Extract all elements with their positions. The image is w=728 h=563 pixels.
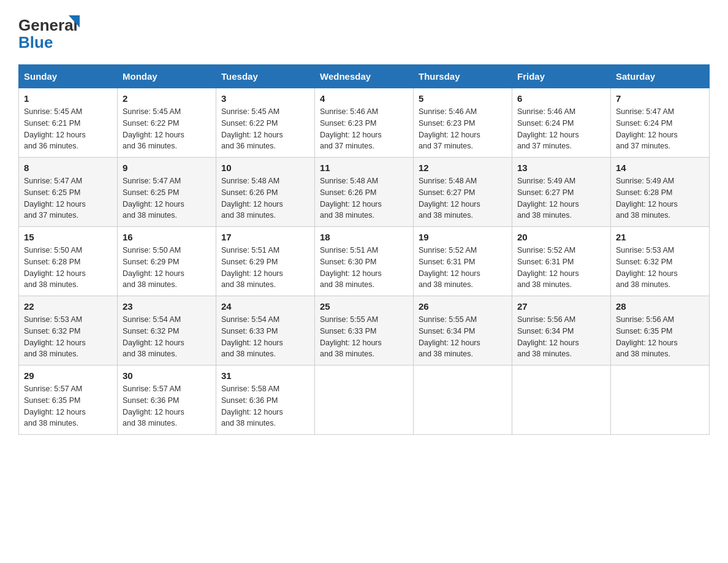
- logo-svg: General Blue: [18, 12, 86, 52]
- day-number: 13: [517, 163, 605, 173]
- day-info: Sunrise: 5:58 AMSunset: 6:36 PMDaylight:…: [221, 383, 309, 429]
- day-info: Sunrise: 5:49 AMSunset: 6:28 PMDaylight:…: [616, 175, 704, 221]
- calendar-cell: 12 Sunrise: 5:48 AMSunset: 6:27 PMDaylig…: [414, 158, 512, 227]
- page-header: General Blue: [18, 12, 710, 52]
- calendar-cell: 15 Sunrise: 5:50 AMSunset: 6:28 PMDaylig…: [19, 227, 118, 296]
- calendar-cell: 3 Sunrise: 5:45 AMSunset: 6:22 PMDayligh…: [216, 88, 315, 158]
- day-number: 12: [419, 163, 507, 173]
- day-info: Sunrise: 5:45 AMSunset: 6:22 PMDaylight:…: [221, 106, 309, 152]
- calendar-cell: [414, 366, 512, 435]
- calendar-cell: 1 Sunrise: 5:45 AMSunset: 6:21 PMDayligh…: [19, 88, 118, 158]
- day-number: 10: [221, 163, 309, 173]
- day-info: Sunrise: 5:53 AMSunset: 6:32 PMDaylight:…: [616, 245, 704, 291]
- day-info: Sunrise: 5:46 AMSunset: 6:24 PMDaylight:…: [517, 106, 605, 152]
- day-info: Sunrise: 5:48 AMSunset: 6:27 PMDaylight:…: [419, 175, 507, 221]
- day-number: 22: [24, 301, 112, 312]
- day-number: 1: [24, 93, 112, 104]
- calendar-cell: 8 Sunrise: 5:47 AMSunset: 6:25 PMDayligh…: [19, 158, 118, 227]
- header-saturday: Saturday: [611, 65, 710, 88]
- calendar-week-row: 15 Sunrise: 5:50 AMSunset: 6:28 PMDaylig…: [19, 227, 710, 296]
- day-info: Sunrise: 5:45 AMSunset: 6:21 PMDaylight:…: [24, 106, 112, 152]
- calendar-cell: [315, 366, 414, 435]
- header-tuesday: Tuesday: [216, 65, 315, 88]
- day-number: 30: [123, 370, 211, 381]
- logo: General Blue: [18, 12, 86, 52]
- day-info: Sunrise: 5:50 AMSunset: 6:29 PMDaylight:…: [123, 245, 211, 291]
- calendar-cell: 22 Sunrise: 5:53 AMSunset: 6:32 PMDaylig…: [19, 296, 118, 366]
- day-number: 11: [320, 163, 408, 173]
- day-number: 16: [123, 232, 211, 242]
- day-info: Sunrise: 5:46 AMSunset: 6:23 PMDaylight:…: [320, 106, 408, 152]
- day-number: 18: [320, 232, 408, 242]
- day-info: Sunrise: 5:48 AMSunset: 6:26 PMDaylight:…: [221, 175, 309, 221]
- day-info: Sunrise: 5:52 AMSunset: 6:31 PMDaylight:…: [419, 245, 507, 291]
- day-info: Sunrise: 5:57 AMSunset: 6:35 PMDaylight:…: [24, 383, 112, 429]
- day-number: 20: [517, 232, 605, 242]
- calendar-cell: 6 Sunrise: 5:46 AMSunset: 6:24 PMDayligh…: [512, 88, 611, 158]
- day-info: Sunrise: 5:47 AMSunset: 6:24 PMDaylight:…: [616, 106, 704, 152]
- calendar-cell: 17 Sunrise: 5:51 AMSunset: 6:29 PMDaylig…: [216, 227, 315, 296]
- calendar-cell: 23 Sunrise: 5:54 AMSunset: 6:32 PMDaylig…: [118, 296, 216, 366]
- day-info: Sunrise: 5:47 AMSunset: 6:25 PMDaylight:…: [123, 175, 211, 221]
- calendar-cell: 26 Sunrise: 5:55 AMSunset: 6:34 PMDaylig…: [414, 296, 512, 366]
- day-info: Sunrise: 5:51 AMSunset: 6:30 PMDaylight:…: [320, 245, 408, 291]
- day-info: Sunrise: 5:55 AMSunset: 6:34 PMDaylight:…: [419, 314, 507, 360]
- calendar-cell: [611, 366, 710, 435]
- calendar-week-row: 8 Sunrise: 5:47 AMSunset: 6:25 PMDayligh…: [19, 158, 710, 227]
- svg-text:General: General: [18, 16, 78, 34]
- day-number: 21: [616, 232, 704, 242]
- calendar-table: SundayMondayTuesdayWednesdayThursdayFrid…: [18, 64, 710, 435]
- header-monday: Monday: [118, 65, 216, 88]
- day-number: 14: [616, 163, 704, 173]
- svg-text:Blue: Blue: [18, 33, 53, 52]
- calendar-cell: 18 Sunrise: 5:51 AMSunset: 6:30 PMDaylig…: [315, 227, 414, 296]
- calendar-cell: 20 Sunrise: 5:52 AMSunset: 6:31 PMDaylig…: [512, 227, 611, 296]
- calendar-cell: 9 Sunrise: 5:47 AMSunset: 6:25 PMDayligh…: [118, 158, 216, 227]
- calendar-cell: 11 Sunrise: 5:48 AMSunset: 6:26 PMDaylig…: [315, 158, 414, 227]
- day-info: Sunrise: 5:51 AMSunset: 6:29 PMDaylight:…: [221, 245, 309, 291]
- calendar-cell: [512, 366, 611, 435]
- day-number: 17: [221, 232, 309, 242]
- day-number: 7: [616, 93, 704, 104]
- calendar-cell: 25 Sunrise: 5:55 AMSunset: 6:33 PMDaylig…: [315, 296, 414, 366]
- calendar-cell: 2 Sunrise: 5:45 AMSunset: 6:22 PMDayligh…: [118, 88, 216, 158]
- day-number: 31: [221, 370, 309, 381]
- day-number: 2: [123, 93, 211, 104]
- day-info: Sunrise: 5:46 AMSunset: 6:23 PMDaylight:…: [419, 106, 507, 152]
- calendar-cell: 28 Sunrise: 5:56 AMSunset: 6:35 PMDaylig…: [611, 296, 710, 366]
- day-info: Sunrise: 5:49 AMSunset: 6:27 PMDaylight:…: [517, 175, 605, 221]
- day-number: 9: [123, 163, 211, 173]
- calendar-cell: 7 Sunrise: 5:47 AMSunset: 6:24 PMDayligh…: [611, 88, 710, 158]
- calendar-header-row: SundayMondayTuesdayWednesdayThursdayFrid…: [19, 65, 710, 88]
- calendar-cell: 13 Sunrise: 5:49 AMSunset: 6:27 PMDaylig…: [512, 158, 611, 227]
- calendar-week-row: 29 Sunrise: 5:57 AMSunset: 6:35 PMDaylig…: [19, 366, 710, 435]
- header-sunday: Sunday: [19, 65, 118, 88]
- day-info: Sunrise: 5:45 AMSunset: 6:22 PMDaylight:…: [123, 106, 211, 152]
- calendar-cell: 31 Sunrise: 5:58 AMSunset: 6:36 PMDaylig…: [216, 366, 315, 435]
- day-info: Sunrise: 5:54 AMSunset: 6:33 PMDaylight:…: [221, 314, 309, 360]
- calendar-cell: 27 Sunrise: 5:56 AMSunset: 6:34 PMDaylig…: [512, 296, 611, 366]
- day-number: 29: [24, 370, 112, 381]
- day-number: 5: [419, 93, 507, 104]
- calendar-cell: 21 Sunrise: 5:53 AMSunset: 6:32 PMDaylig…: [611, 227, 710, 296]
- day-info: Sunrise: 5:55 AMSunset: 6:33 PMDaylight:…: [320, 314, 408, 360]
- day-number: 6: [517, 93, 605, 104]
- day-info: Sunrise: 5:56 AMSunset: 6:35 PMDaylight:…: [616, 314, 704, 360]
- day-number: 4: [320, 93, 408, 104]
- calendar-cell: 19 Sunrise: 5:52 AMSunset: 6:31 PMDaylig…: [414, 227, 512, 296]
- day-info: Sunrise: 5:54 AMSunset: 6:32 PMDaylight:…: [123, 314, 211, 360]
- calendar-week-row: 1 Sunrise: 5:45 AMSunset: 6:21 PMDayligh…: [19, 88, 710, 158]
- header-wednesday: Wednesday: [315, 65, 414, 88]
- day-number: 19: [419, 232, 507, 242]
- calendar-cell: 5 Sunrise: 5:46 AMSunset: 6:23 PMDayligh…: [414, 88, 512, 158]
- calendar-cell: 14 Sunrise: 5:49 AMSunset: 6:28 PMDaylig…: [611, 158, 710, 227]
- day-number: 24: [221, 301, 309, 312]
- calendar-cell: 4 Sunrise: 5:46 AMSunset: 6:23 PMDayligh…: [315, 88, 414, 158]
- calendar-cell: 16 Sunrise: 5:50 AMSunset: 6:29 PMDaylig…: [118, 227, 216, 296]
- day-info: Sunrise: 5:48 AMSunset: 6:26 PMDaylight:…: [320, 175, 408, 221]
- day-info: Sunrise: 5:52 AMSunset: 6:31 PMDaylight:…: [517, 245, 605, 291]
- calendar-cell: 30 Sunrise: 5:57 AMSunset: 6:36 PMDaylig…: [118, 366, 216, 435]
- day-number: 28: [616, 301, 704, 312]
- calendar-cell: 10 Sunrise: 5:48 AMSunset: 6:26 PMDaylig…: [216, 158, 315, 227]
- day-number: 26: [419, 301, 507, 312]
